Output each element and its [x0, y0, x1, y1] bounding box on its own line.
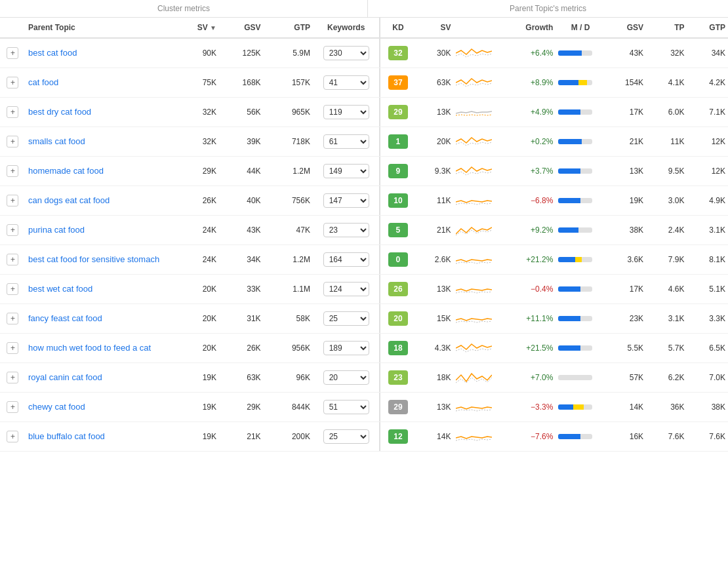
topic-link[interactable]: best wet cat food: [28, 284, 92, 294]
expand-cell: +: [0, 38, 26, 68]
gsv-cell: 34K: [219, 245, 264, 275]
md-cell: [556, 304, 605, 334]
th-parent-topic: Parent Topic: [26, 18, 174, 38]
keywords-select[interactable]: 124: [323, 282, 369, 296]
tp-cell: 3.1K: [646, 304, 687, 334]
expand-cell: +: [0, 334, 26, 363]
keywords-select[interactable]: 147: [323, 193, 369, 208]
keywords-select[interactable]: 41: [323, 75, 369, 90]
gsv2-cell: 3.6K: [605, 245, 646, 275]
topic-link[interactable]: how much wet food to feed a cat: [28, 343, 151, 353]
th-gsv: GSV: [219, 18, 264, 38]
topic-link[interactable]: purina cat food: [28, 225, 85, 235]
growth-cell: +11.1%: [503, 304, 556, 334]
kd-cell: 9: [380, 157, 416, 186]
keywords-cell: 189: [313, 334, 379, 363]
expand-cell: +: [0, 275, 26, 304]
kd-badge: 29: [388, 400, 408, 414]
sparkline-cell: [453, 422, 502, 452]
growth-cell: +0.2%: [503, 127, 556, 157]
md-cell: [556, 186, 605, 216]
topic-link[interactable]: cat food: [28, 77, 58, 87]
expand-button[interactable]: +: [7, 342, 18, 354]
th-sv[interactable]: SV ▼: [174, 18, 219, 38]
keywords-select[interactable]: 23: [323, 223, 369, 237]
expand-button[interactable]: +: [7, 254, 18, 265]
gtp2-cell: 34K: [687, 38, 728, 68]
sv2-cell: 21K: [416, 216, 453, 245]
sv2-cell: 30K: [416, 38, 453, 68]
expand-cell: +: [0, 245, 26, 275]
expand-button[interactable]: +: [7, 224, 18, 236]
keywords-select[interactable]: 25: [323, 429, 369, 444]
topic-link[interactable]: royal canin cat food: [28, 372, 102, 382]
topic-cell: purina cat food: [26, 216, 174, 245]
gtp2-cell: 4.9K: [687, 186, 728, 216]
kd-badge: 23: [388, 370, 408, 385]
kd-badge: 32: [388, 46, 408, 60]
expand-button[interactable]: +: [7, 106, 18, 118]
keywords-select[interactable]: 25: [323, 311, 369, 326]
md-cell: [556, 127, 605, 157]
keywords-cell: 61: [313, 127, 379, 157]
sv-cell: 26K: [174, 186, 219, 216]
gtp-cell: 844K: [264, 393, 313, 422]
expand-button[interactable]: +: [7, 401, 18, 413]
table-row: + blue buffalo cat food 19K 21K 200K 25 …: [0, 422, 728, 452]
sparkline-cell: [453, 245, 502, 275]
tp-cell: 11K: [646, 127, 687, 157]
keywords-select[interactable]: 61: [323, 134, 369, 149]
keywords-select[interactable]: 119: [323, 105, 369, 119]
gtp2-cell: 7.0K: [687, 363, 728, 393]
kd-cell: 29: [380, 98, 416, 127]
expand-button[interactable]: +: [7, 77, 18, 88]
gtp-cell: 756K: [264, 186, 313, 216]
expand-button[interactable]: +: [7, 372, 18, 383]
topic-cell: can dogs eat cat food: [26, 186, 174, 216]
topic-link[interactable]: blue buffalo cat food: [28, 431, 105, 441]
tp-cell: 2.4K: [646, 216, 687, 245]
topic-cell: blue buffalo cat food: [26, 422, 174, 452]
expand-button[interactable]: +: [7, 313, 18, 324]
gtp-cell: 200K: [264, 422, 313, 452]
keywords-select[interactable]: 230: [323, 46, 369, 60]
expand-button[interactable]: +: [7, 136, 18, 147]
keywords-select[interactable]: 51: [323, 400, 369, 414]
sv-cell: 75K: [174, 68, 219, 98]
table-row: + can dogs eat cat food 26K 40K 756K 147…: [0, 186, 728, 216]
th-tp: TP: [646, 18, 687, 38]
topic-link[interactable]: fancy feast cat food: [28, 313, 102, 323]
topic-link[interactable]: best dry cat food: [28, 107, 91, 117]
kd-cell: 29: [380, 393, 416, 422]
sv-cell: 20K: [174, 334, 219, 363]
expand-button[interactable]: +: [7, 165, 18, 177]
expand-button[interactable]: +: [7, 431, 18, 442]
keywords-select[interactable]: 164: [323, 252, 369, 267]
sv-cell: 19K: [174, 363, 219, 393]
topic-link[interactable]: chewy cat food: [28, 402, 85, 412]
sparkline-cell: [453, 157, 502, 186]
sparkline-cell: [453, 68, 502, 98]
topic-link[interactable]: can dogs eat cat food: [28, 195, 110, 205]
topic-link[interactable]: homemade cat food: [28, 166, 104, 176]
th-keywords: Keywords: [313, 18, 379, 38]
topic-cell: royal canin cat food: [26, 363, 174, 393]
keywords-select[interactable]: 20: [323, 370, 369, 385]
sv-cell: 32K: [174, 98, 219, 127]
gsv2-cell: 23K: [605, 304, 646, 334]
topic-link[interactable]: best cat food for sensitive stomach: [28, 254, 159, 264]
keywords-select[interactable]: 149: [323, 164, 369, 178]
topic-link[interactable]: smalls cat food: [28, 136, 85, 146]
tp-cell: 6.0K: [646, 98, 687, 127]
expand-button[interactable]: +: [7, 195, 18, 206]
md-cell: [556, 245, 605, 275]
gtp2-cell: 3.1K: [687, 216, 728, 245]
topic-link[interactable]: best cat food: [28, 48, 77, 58]
gtp-cell: 58K: [264, 304, 313, 334]
keywords-select[interactable]: 189: [323, 341, 369, 355]
gsv2-cell: 21K: [605, 127, 646, 157]
expand-button[interactable]: +: [7, 47, 18, 59]
gsv-cell: 31K: [219, 304, 264, 334]
expand-button[interactable]: +: [7, 283, 18, 295]
kd-cell: 12: [380, 422, 416, 452]
